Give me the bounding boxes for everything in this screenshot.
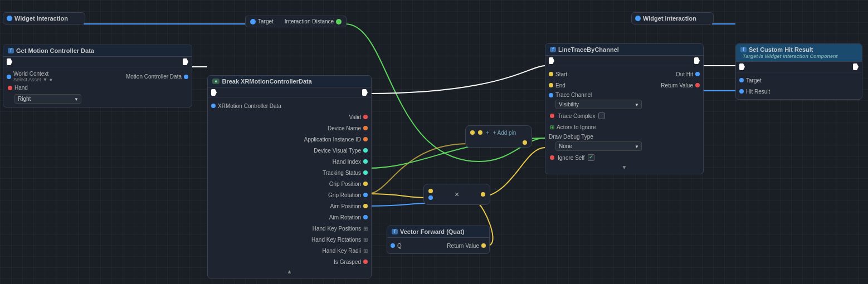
- aim-position-label: Aim Position: [330, 203, 361, 209]
- vector-forward-body: Q Return Value: [387, 238, 489, 253]
- hand-key-radii-row: Hand Key Radii ⊞: [208, 245, 371, 256]
- exec-in-1: [7, 58, 12, 65]
- hand-dropdown-value: Right: [18, 96, 31, 102]
- target-connector-node: Target Interaction Distance: [245, 16, 347, 27]
- exec-in-2: [211, 89, 217, 96]
- line-trace-collapse[interactable]: ▼: [545, 163, 703, 172]
- hand-index-row: Hand Index: [208, 156, 371, 167]
- pin-widget-interaction-2: [635, 16, 641, 21]
- hand-index-label: Hand Index: [333, 159, 361, 165]
- is-grasped-row: Is Grasped: [208, 256, 371, 267]
- app-instance-pin: [363, 137, 368, 141]
- target-sch-row: Target: [736, 75, 862, 86]
- widget-interaction-label-1: Widget Interaction: [14, 15, 68, 22]
- f-badge-lt: f: [550, 47, 556, 52]
- trace-channel-value: Visibility: [559, 101, 579, 107]
- multiply-node: ×: [423, 184, 490, 205]
- set-custom-hit-header: f Set Custom Hit Result Target is Widget…: [736, 44, 862, 62]
- device-name-row: Device Name: [208, 123, 371, 134]
- trace-complex-row: Trace Complex: [545, 110, 703, 121]
- add-pin-out: [523, 140, 527, 145]
- exec-out-2: [362, 89, 368, 96]
- ignore-self-checkbox[interactable]: [588, 154, 594, 161]
- hand-key-rotations-label: Hand Key Rotations: [311, 237, 361, 243]
- start-row: Start Out Hit: [545, 68, 703, 80]
- draw-debug-value: None: [559, 143, 572, 149]
- trace-channel-dropdown[interactable]: Visibility: [555, 100, 642, 109]
- actors-ignore-label: Actors to Ignore: [557, 124, 596, 130]
- return-value-lt-pin: [695, 83, 700, 87]
- break-xr-node: ● Break XRMotionControllerData XRMotion …: [207, 75, 372, 278]
- is-grasped-label: Is Grasped: [334, 259, 361, 265]
- device-visual-pin: [363, 148, 368, 153]
- actors-ignore-row: ⊞ Actors to Ignore: [545, 121, 703, 133]
- tracking-status-row: Tracking Status: [208, 167, 371, 178]
- device-name-pin: [363, 126, 368, 130]
- ignore-self-pin: [550, 155, 554, 160]
- hand-key-rad-icon: ⊞: [363, 248, 368, 254]
- mult-out: [481, 192, 485, 197]
- line-trace-header: f LineTraceByChannel: [545, 44, 703, 56]
- grip-position-pin: [363, 182, 368, 186]
- grip-position-row: Grip Position: [208, 178, 371, 189]
- widget-interaction-node-2: Widget Interaction: [631, 12, 714, 25]
- get-motion-controller-body: World Context Select Asset ▼ ● Motion Co…: [3, 67, 192, 107]
- grip-position-label: Grip Position: [329, 181, 361, 187]
- select-asset-label: Select Asset: [13, 77, 41, 82]
- target-sch-pin: [739, 78, 744, 82]
- tracking-status-label: Tracking Status: [323, 170, 361, 176]
- hand-key-positions-row: Hand Key Positions ⊞: [208, 223, 371, 234]
- device-name-label: Device Name: [328, 125, 361, 131]
- device-visual-row: Device Visual Type: [208, 145, 371, 156]
- end-pin: [549, 83, 553, 87]
- valid-row: Valid: [208, 111, 371, 123]
- hand-label: Hand: [14, 85, 28, 91]
- hand-pin: [8, 86, 12, 90]
- get-motion-controller-title: Get Motion Controller Data: [16, 47, 94, 54]
- set-custom-hit-node: f Set Custom Hit Result Target is Widget…: [735, 43, 862, 100]
- trace-complex-pin: [550, 114, 554, 118]
- end-label: End: [555, 82, 565, 89]
- hit-result-row: Hit Result: [736, 86, 862, 97]
- pin-arrow-1: ▼: [43, 77, 48, 82]
- exec-out-1: [183, 58, 188, 65]
- out-hit-label: Out Hit: [676, 71, 693, 77]
- draw-debug-dropdown[interactable]: None: [555, 141, 642, 151]
- hand-key-rot-icon: ⊞: [363, 237, 368, 243]
- pin-dot-1: ●: [49, 77, 52, 82]
- hand-key-radii-label: Hand Key Radii: [323, 248, 361, 254]
- q-pin: [391, 243, 395, 248]
- f-badge-vf: f: [392, 229, 398, 234]
- exec-bar-2: [208, 87, 371, 98]
- f-badge-1: f: [8, 48, 14, 53]
- hit-result-label: Hit Result: [746, 89, 770, 95]
- target-pin-left: [250, 19, 256, 25]
- exec-bar-3: [545, 56, 703, 66]
- hand-dropdown[interactable]: Right: [14, 94, 81, 104]
- actors-ignore-icon: ⊞: [550, 124, 554, 130]
- is-grasped-pin: [363, 259, 368, 264]
- draw-debug-label: Draw Debug Type: [549, 134, 593, 140]
- trace-complex-checkbox[interactable]: [598, 112, 605, 119]
- return-value-lt-label: Return Value: [661, 82, 693, 89]
- grip-rotation-pin: [363, 193, 368, 197]
- add-pin-node: + + Add pin: [465, 125, 532, 148]
- q-row: Q Return Value: [387, 240, 489, 251]
- valid-label: Valid: [349, 114, 362, 120]
- device-visual-label: Device Visual Type: [314, 148, 361, 154]
- hand-key-rotations-row: Hand Key Rotations ⊞: [208, 234, 371, 245]
- app-instance-row: Application Instance ID: [208, 134, 371, 145]
- vector-forward-header: f Vector Forward (Quat): [387, 226, 489, 238]
- motion-controller-data-label: Motion Controller Data: [126, 74, 182, 80]
- trace-channel-pin: [549, 93, 553, 97]
- collapse-arrow[interactable]: ▲: [208, 267, 371, 276]
- aim-position-pin: [363, 204, 368, 208]
- start-label: Start: [555, 71, 567, 77]
- draw-debug-row: Draw Debug Type None: [545, 133, 703, 152]
- exec-bar-4: [736, 62, 862, 72]
- aim-rotation-pin: [363, 215, 368, 219]
- widget-interaction-label-2: Widget Interaction: [643, 15, 696, 22]
- target-sch-label: Target: [746, 77, 762, 84]
- tracking-status-pin: [363, 170, 368, 175]
- hit-result-pin: [739, 89, 744, 94]
